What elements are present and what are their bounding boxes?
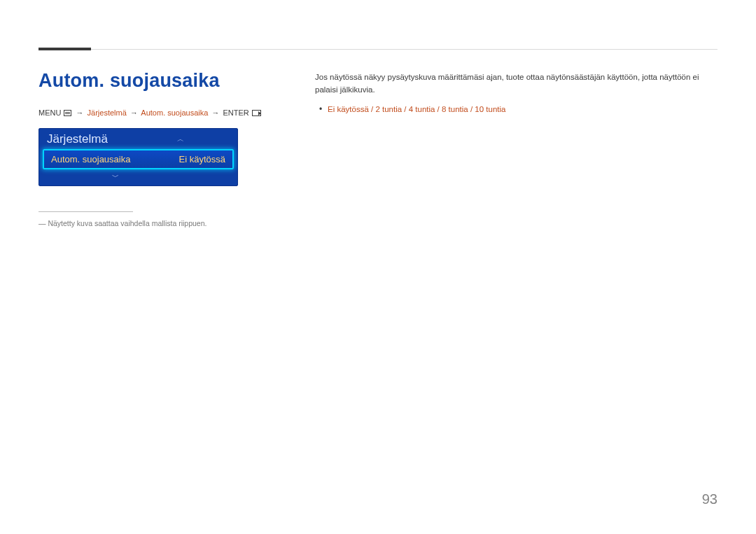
chevron-down-icon[interactable]: ﹀ xyxy=(112,172,164,182)
arrow-icon: → xyxy=(75,108,85,117)
osd-panel: Järjestelmä ︿ Autom. suojausaika Ei käyt… xyxy=(38,128,238,186)
arrow-icon: → xyxy=(129,108,139,117)
enter-icon xyxy=(252,110,261,116)
menu-path-prefix: MENU xyxy=(38,108,61,117)
header-highlight xyxy=(38,48,91,50)
osd-header-title: Järjestelmä xyxy=(47,132,108,146)
menu-path-seg2: Autom. suojausaika xyxy=(141,108,208,117)
osd-row-value: Ei käytössä xyxy=(179,154,225,164)
note-rule xyxy=(38,211,133,212)
header-rule xyxy=(38,49,718,50)
osd-footer: ﹀ xyxy=(38,169,238,186)
body-text: Jos näytössä näkyy pysäytyskuva määrittä… xyxy=(315,71,718,115)
menu-icon xyxy=(64,110,71,116)
menu-path: MENU → Järjestelmä → Autom. suojausaika … xyxy=(38,108,261,117)
chevron-up-icon[interactable]: ︿ xyxy=(177,134,230,144)
options-list: Ei käytössä / 2 tuntia / 4 tuntia / 8 tu… xyxy=(315,104,718,116)
body-paragraph: Jos näytössä näkyy pysäytyskuva määrittä… xyxy=(315,71,718,97)
note-text: ― Näytetty kuva saattaa vaihdella mallis… xyxy=(38,219,206,227)
page-number: 93 xyxy=(702,491,718,507)
page-title: Autom. suojausaika xyxy=(38,70,220,92)
osd-row-label: Autom. suojausaika xyxy=(51,154,130,164)
osd-header: Järjestelmä ︿ xyxy=(38,128,238,149)
menu-path-suffix: ENTER xyxy=(223,108,248,117)
osd-row-selected[interactable]: Autom. suojausaika Ei käytössä xyxy=(43,149,234,169)
arrow-icon: → xyxy=(210,108,220,117)
menu-path-seg1: Järjestelmä xyxy=(88,108,127,117)
